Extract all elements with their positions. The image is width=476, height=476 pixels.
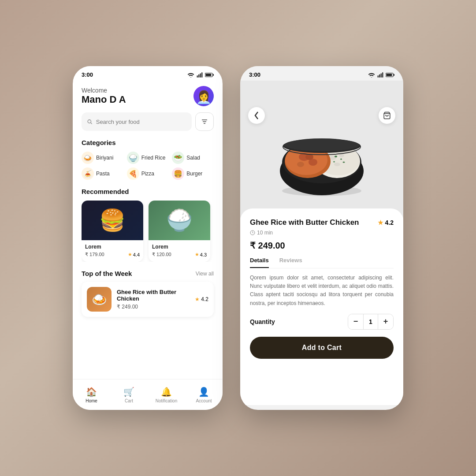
nav-item-cart[interactable]: 🛒 Cart	[110, 379, 148, 410]
avatar[interactable]: 👩‍💼	[193, 86, 214, 106]
account-icon: 👤	[198, 387, 209, 397]
product-name: Ghee Rice with Butter Chicken	[250, 218, 359, 227]
svg-rect-0	[197, 75, 198, 78]
svg-rect-6	[205, 74, 211, 76]
search-box[interactable]	[82, 112, 192, 131]
wifi-icon	[187, 72, 194, 78]
rec-card-0[interactable]: 🍔 Lorem ₹ 179.00 ★4.4	[82, 201, 143, 262]
category-item-pasta[interactable]: 🍝 Pasta	[82, 167, 123, 180]
left-main-content: Welcome Mano D A 👩‍💼 Categories	[73, 81, 223, 379]
quantity-decrease-button[interactable]: −	[348, 314, 363, 329]
avatar-emoji: 👩‍💼	[196, 90, 212, 104]
category-label-burger: Burger	[186, 171, 202, 177]
filter-icon	[201, 119, 208, 125]
battery-icon	[205, 72, 214, 78]
recommended-title: Recommended	[82, 188, 214, 195]
svg-rect-1	[198, 74, 199, 77]
detail-cart-button[interactable]	[379, 107, 395, 124]
rec-info-1: Lorem ₹ 120.00 ★4.3	[149, 240, 210, 262]
svg-point-36	[333, 161, 335, 163]
nav-label-notification: Notification	[156, 398, 177, 403]
left-status-icons	[187, 72, 214, 78]
svg-point-34	[335, 156, 337, 157]
signal-icon	[197, 72, 203, 78]
bottom-nav: 🏠 Home 🛒 Cart 🔔 Notification 👤 Account	[73, 379, 223, 410]
svg-rect-5	[213, 74, 214, 75]
tow-star-icon: ★	[195, 296, 200, 302]
clock-icon	[250, 230, 255, 235]
svg-rect-14	[381, 73, 382, 77]
food-hero	[240, 81, 403, 217]
back-button[interactable]	[248, 107, 265, 124]
svg-point-32	[297, 162, 304, 167]
recommended-row: 🍔 Lorem ₹ 179.00 ★4.4 🍚 Lo	[82, 201, 214, 262]
left-header: Welcome Mano D A 👩‍💼	[82, 86, 214, 106]
nav-item-notification[interactable]: 🔔 Notification	[148, 379, 185, 410]
welcome-label: Welcome	[82, 87, 126, 94]
rec-card-1[interactable]: 🍚 Lorem ₹ 120.00 ★4.3	[149, 201, 210, 262]
search-icon	[87, 119, 93, 125]
quantity-row: Quantity − 1 +	[250, 314, 394, 330]
right-signal-icon	[377, 72, 383, 78]
svg-rect-18	[386, 74, 392, 76]
categories-title: Categories	[82, 139, 214, 146]
tow-title: Top of the Week	[82, 270, 132, 277]
cart-icon: 🛒	[123, 387, 134, 397]
category-item-fried-rice[interactable]: 🍚 Fried Rice	[127, 152, 169, 164]
left-status-bar: 3:00	[73, 66, 223, 81]
detail-star-icon: ★	[378, 219, 383, 226]
svg-point-26	[339, 154, 344, 157]
quantity-controls: − 1 +	[348, 314, 394, 330]
right-status-icons	[368, 72, 394, 78]
product-rating-value: 4.2	[385, 219, 394, 226]
category-label-fried-rice: Fried Rice	[141, 155, 166, 161]
tow-card[interactable]: 🍛 Ghee Rice with Butter Chicken ₹ 249.00…	[82, 282, 214, 317]
rec-img-0: 🍔	[82, 201, 143, 240]
svg-point-35	[340, 159, 342, 160]
view-all-button[interactable]: View all	[196, 271, 214, 277]
food-bowl-visual	[269, 100, 375, 197]
quantity-value: 1	[363, 314, 378, 329]
rec-name-1: Lorem	[152, 244, 207, 250]
svg-line-8	[91, 123, 92, 124]
right-status-bar: 3:00	[240, 66, 403, 81]
rec-price-0: ₹ 179.00	[85, 252, 104, 257]
categories-grid: 🍛 Biriyani 🍚 Fried Rice 🥗 Salad 🍝 Pasta …	[82, 152, 214, 180]
tab-details[interactable]: Details	[250, 257, 269, 268]
user-name: Mano D A	[82, 94, 126, 105]
svg-point-40	[284, 139, 359, 151]
svg-rect-15	[382, 72, 383, 78]
rec-img-1: 🍚	[149, 201, 210, 240]
tow-info: Ghee Rice with Butter Chicken ₹ 249.00	[117, 289, 190, 310]
quantity-label: Quantity	[250, 318, 275, 325]
nav-label-home: Home	[86, 398, 97, 403]
nav-label-account: Account	[196, 398, 212, 403]
detail-cart-icon	[383, 112, 391, 119]
rec-rating-0: ★4.4	[128, 252, 140, 257]
detail-tabs: Details Reviews	[250, 257, 394, 268]
product-price-value: ₹ 249.00	[250, 241, 285, 250]
nav-item-home[interactable]: 🏠 Home	[73, 379, 110, 410]
right-time: 3:00	[249, 71, 260, 78]
tab-reviews[interactable]: Reviews	[279, 257, 302, 268]
search-input[interactable]	[96, 119, 186, 125]
detail-panel: Ghee Rice with Butter Chicken ★ 4.2 10 m…	[240, 208, 403, 405]
filter-button[interactable]	[195, 112, 214, 131]
category-item-burger[interactable]: 🍔 Burger	[172, 167, 214, 180]
rec-info-0: Lorem ₹ 179.00 ★4.4	[82, 240, 143, 262]
user-greeting: Welcome Mano D A	[82, 87, 126, 105]
svg-rect-12	[378, 75, 379, 78]
category-item-salad[interactable]: 🥗 Salad	[172, 152, 214, 164]
quantity-increase-button[interactable]: +	[378, 314, 393, 329]
rec-rating-1: ★4.3	[195, 252, 207, 257]
category-label-pasta: Pasta	[96, 171, 110, 177]
product-description: Qorem ipsum dolor sit amet, consectetur …	[250, 274, 394, 308]
nav-item-account[interactable]: 👤 Account	[185, 379, 223, 410]
category-item-pizza[interactable]: 🍕 Pizza	[127, 167, 169, 180]
star-icon-1: ★	[195, 252, 199, 257]
category-item-biriyani[interactable]: 🍛 Biriyani	[82, 152, 123, 164]
product-time-value: 10 min	[257, 230, 273, 236]
notification-icon: 🔔	[161, 387, 172, 397]
rec-rating-row-1: ₹ 120.00 ★4.3	[152, 252, 207, 257]
add-to-cart-button[interactable]: Add to Cart	[250, 337, 394, 359]
